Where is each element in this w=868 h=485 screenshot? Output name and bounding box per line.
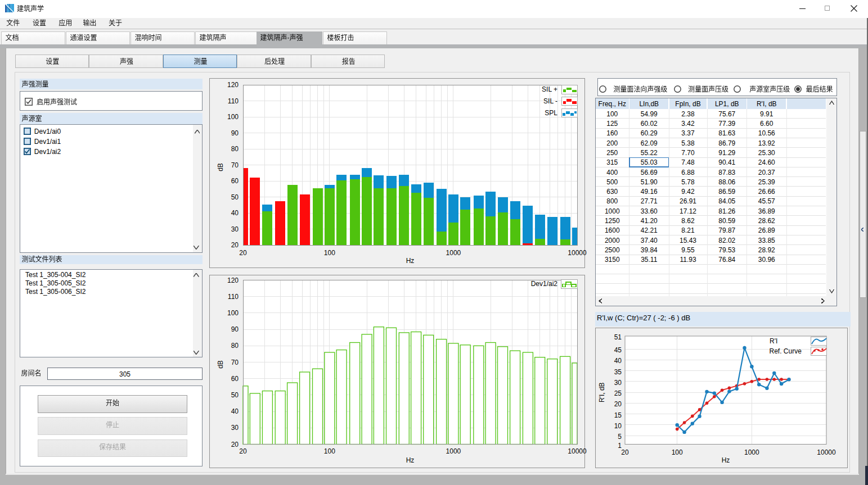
svg-text:8.21: 8.21 xyxy=(681,226,695,234)
svg-text:35: 35 xyxy=(614,368,622,376)
svg-text:80: 80 xyxy=(231,145,239,153)
svg-text:55.22: 55.22 xyxy=(641,148,658,156)
svg-text:SIL +: SIL + xyxy=(542,85,557,93)
svg-text:3.42: 3.42 xyxy=(681,120,695,128)
svg-text:25: 25 xyxy=(614,389,622,397)
svg-text:55.03: 55.03 xyxy=(641,158,658,166)
svg-text:20.37: 20.37 xyxy=(758,168,775,176)
svg-text:26.66: 26.66 xyxy=(758,188,775,196)
svg-text:30: 30 xyxy=(231,424,239,432)
svg-text:77.39: 77.39 xyxy=(718,120,735,128)
svg-text:41.20: 41.20 xyxy=(641,217,658,225)
svg-text:60: 60 xyxy=(231,374,239,382)
svg-text:800: 800 xyxy=(606,197,618,205)
svg-text:7.70: 7.70 xyxy=(681,148,695,156)
svg-text:80: 80 xyxy=(231,342,239,350)
svg-text:20: 20 xyxy=(621,448,629,456)
svg-text:R'I, dB: R'I, dB xyxy=(598,382,606,402)
svg-text:SIL -: SIL - xyxy=(543,97,557,105)
svg-text:20: 20 xyxy=(231,241,239,249)
svg-text:35.11: 35.11 xyxy=(641,256,657,264)
svg-text:6.88: 6.88 xyxy=(681,168,695,176)
svg-text:39.84: 39.84 xyxy=(641,246,658,253)
svg-text:5: 5 xyxy=(618,433,622,441)
svg-text:50: 50 xyxy=(231,391,239,398)
svg-text:Ref. Curve: Ref. Curve xyxy=(770,347,802,355)
svg-text:20: 20 xyxy=(239,447,247,455)
svg-text:86.59: 86.59 xyxy=(718,188,735,196)
svg-text:79.53: 79.53 xyxy=(718,246,735,253)
svg-text:28.92: 28.92 xyxy=(758,246,775,253)
svg-text:20: 20 xyxy=(614,400,622,408)
svg-text:90.41: 90.41 xyxy=(718,158,735,166)
svg-text:R'I: R'I xyxy=(770,337,777,345)
svg-text:51.90: 51.90 xyxy=(641,178,658,185)
svg-text:90: 90 xyxy=(231,129,239,137)
svg-text:2500: 2500 xyxy=(605,246,620,253)
svg-text:120: 120 xyxy=(227,276,239,284)
svg-text:100: 100 xyxy=(324,447,335,455)
svg-text:15.43: 15.43 xyxy=(680,236,696,244)
svg-text:630: 630 xyxy=(606,188,618,196)
svg-text:11.93: 11.93 xyxy=(680,256,696,264)
svg-text:6.60: 6.60 xyxy=(760,120,773,128)
svg-text:60.02: 60.02 xyxy=(641,120,658,128)
svg-text:30.96: 30.96 xyxy=(758,256,775,264)
svg-text:45.57: 45.57 xyxy=(758,197,775,205)
svg-text:70: 70 xyxy=(231,161,239,169)
svg-text:24.60: 24.60 xyxy=(758,158,775,166)
svg-text:37.40: 37.40 xyxy=(641,236,658,244)
svg-text:Hz: Hz xyxy=(406,257,415,265)
svg-text:81.63: 81.63 xyxy=(718,129,735,137)
svg-text:3.37: 3.37 xyxy=(681,129,695,137)
svg-text:8.62: 8.62 xyxy=(681,217,695,225)
svg-text:250: 250 xyxy=(606,148,618,156)
svg-text:2.38: 2.38 xyxy=(681,110,695,117)
svg-text:1000: 1000 xyxy=(446,447,461,455)
svg-text:120: 120 xyxy=(227,81,239,89)
svg-text:36.89: 36.89 xyxy=(758,207,775,215)
svg-text:160: 160 xyxy=(606,129,618,137)
svg-text:86.79: 86.79 xyxy=(718,139,735,147)
svg-text:1000: 1000 xyxy=(446,249,461,257)
svg-text:90: 90 xyxy=(231,325,239,333)
svg-text:100: 100 xyxy=(606,110,618,117)
svg-text:1600: 1600 xyxy=(605,226,620,234)
svg-text:26.89: 26.89 xyxy=(758,226,775,234)
svg-text:LIn,dB: LIn,dB xyxy=(639,99,659,107)
svg-text:30: 30 xyxy=(231,225,239,233)
svg-text:17.12: 17.12 xyxy=(680,207,696,215)
svg-text:40: 40 xyxy=(231,407,239,415)
svg-text:10000: 10000 xyxy=(568,447,587,455)
svg-text:54.99: 54.99 xyxy=(641,110,658,117)
svg-text:91.29: 91.29 xyxy=(718,148,735,156)
svg-text:33.60: 33.60 xyxy=(641,207,658,215)
svg-text:100: 100 xyxy=(324,249,335,257)
svg-text:Dev1/ai2: Dev1/ai2 xyxy=(531,280,558,288)
svg-text:40: 40 xyxy=(614,357,622,365)
svg-text:87.83: 87.83 xyxy=(718,168,735,176)
svg-text:5.78: 5.78 xyxy=(681,178,695,185)
svg-text:84.05: 84.05 xyxy=(718,197,735,205)
svg-text:27.71: 27.71 xyxy=(641,197,658,205)
svg-text:88.06: 88.06 xyxy=(718,178,735,185)
svg-text:82.02: 82.02 xyxy=(718,236,735,244)
svg-text:3150: 3150 xyxy=(605,256,620,264)
svg-text:5.38: 5.38 xyxy=(681,139,695,147)
svg-text:13.92: 13.92 xyxy=(758,139,775,147)
svg-text:100: 100 xyxy=(227,113,239,121)
svg-text:60.29: 60.29 xyxy=(641,129,658,137)
svg-text:dB: dB xyxy=(217,360,224,369)
svg-text:2000: 2000 xyxy=(605,236,620,244)
svg-text:45: 45 xyxy=(614,346,622,354)
svg-text:1000: 1000 xyxy=(744,448,759,456)
svg-text:Hz: Hz xyxy=(406,456,415,464)
svg-text:20: 20 xyxy=(231,440,239,448)
svg-text:100: 100 xyxy=(672,448,683,456)
svg-text:dB: dB xyxy=(217,163,224,171)
svg-text:10: 10 xyxy=(614,422,622,430)
svg-text:SPL: SPL xyxy=(545,109,557,117)
svg-text:75.67: 75.67 xyxy=(718,110,735,117)
svg-text:200: 200 xyxy=(606,139,618,147)
svg-text:50: 50 xyxy=(231,193,239,201)
